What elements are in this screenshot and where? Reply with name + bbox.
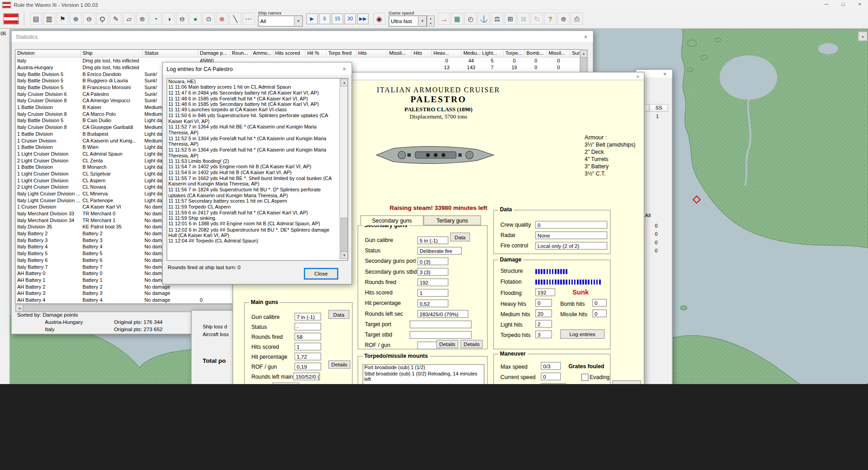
scroll-up-icon[interactable]: ▲ — [580, 50, 587, 57]
eraser-icon[interactable]: ▱ — [123, 13, 135, 25]
log-entry[interactable]: 11 11:59 Torpedo CL Aspern — [167, 204, 339, 210]
log-entry[interactable]: 11 12:02 6 in 2082 yds ## Superstructure… — [167, 227, 339, 238]
grid-star-icon[interactable]: ⊠ — [518, 13, 530, 25]
column-header[interactable]: Hits — [357, 50, 388, 57]
zoom-in-icon[interactable]: ⊕ — [70, 13, 82, 25]
column-header[interactable]: Ship — [81, 50, 143, 57]
zoom-out-icon[interactable]: ⊖ — [83, 13, 95, 25]
column-header[interactable]: Division — [15, 50, 80, 57]
column-header[interactable]: Missil... — [387, 50, 412, 57]
column-header[interactable]: Hits scored — [274, 50, 306, 57]
run-30-button[interactable]: 30 — [344, 13, 356, 24]
print-icon[interactable]: ⎙ — [571, 13, 583, 25]
sighting-circle-icon[interactable]: ● — [189, 13, 202, 25]
log-entry[interactable]: 11 11:54 6 in 1402 yds Hull hit B (CA Ka… — [167, 170, 339, 176]
column-header[interactable]: Ammo... — [251, 50, 274, 57]
maximize-button[interactable]: □ — [835, 0, 852, 9]
statistics-titlebar[interactable]: Statistics × — [12, 31, 593, 42]
log-entry[interactable]: 11 12:01 6 in 1388 yds ## Engine room hi… — [167, 221, 339, 227]
log-entry[interactable]: 11 11:48 6 in 1585 yds Fore/aft hull hit… — [167, 96, 339, 102]
log-entry[interactable]: 11 11:56 7 in 1824 yds Superstructure hi… — [167, 187, 339, 198]
run-pulse-button[interactable]: ▶ — [306, 13, 318, 24]
grid-plus-icon[interactable]: ⊞ — [505, 13, 517, 25]
run-5-button[interactable]: 5 — [319, 13, 330, 24]
tab-tertiary-guns[interactable]: Tertiary guns — [424, 215, 481, 225]
app-titlebar[interactable]: Rule the Waves III - Version 1.00.03 ─ □… — [0, 0, 868, 10]
column-header[interactable]: Torpe... — [504, 50, 525, 57]
run-fast-button[interactable]: ▶▶ — [357, 13, 369, 24]
column-header[interactable]: Hit % — [306, 50, 327, 57]
range-rings-icon[interactable]: ◔ — [150, 13, 162, 25]
pencil-icon[interactable]: ✎ — [109, 13, 122, 25]
magnifier-icon[interactable]: Ϙ — [96, 13, 108, 25]
column-header[interactable]: Bomb... — [525, 50, 547, 57]
log-entries-button[interactable]: Log entries — [560, 329, 604, 339]
main-data-button[interactable]: Data — [328, 310, 349, 319]
log-scroll-thumb[interactable] — [340, 218, 348, 252]
spin-down-icon[interactable]: ▼ — [427, 21, 434, 26]
ruler-icon[interactable]: ╲ — [229, 13, 241, 25]
column-header[interactable]: Status — [143, 50, 198, 57]
world-report-icon[interactable]: ⊚ — [557, 13, 570, 25]
secondary-data-button[interactable]: Data — [450, 233, 470, 242]
log-dialog-titlebar[interactable]: Log entries for CA Palestro × — [163, 62, 352, 75]
save-icon[interactable]: ▤ — [30, 13, 42, 25]
column-header[interactable]: Torps fired — [326, 50, 356, 57]
log-entry[interactable]: 11 11:52 7 in 1364 yds Hull hit BE * (CA… — [167, 124, 339, 136]
circle-dot-icon[interactable]: ⊙ — [203, 13, 215, 25]
log-scrollbar[interactable]: ▲ ▼ — [340, 79, 348, 259]
scroll-up-icon[interactable]: ▲ — [340, 79, 348, 86]
main-rof-details-button[interactable]: Details — [328, 361, 350, 369]
scrollbar-up-button[interactable]: ▲ — [858, 32, 868, 41]
range-rings-alt-icon[interactable]: ◑ — [163, 13, 175, 25]
nation-flag-icon[interactable] — [3, 13, 19, 24]
log-entry[interactable]: 11 11:50 6 in 846 yds Superstructure hit… — [167, 113, 339, 124]
log-close-button[interactable]: Close — [304, 268, 338, 280]
column-header-ss[interactable]: SS — [649, 104, 668, 112]
column-header[interactable]: Missil... — [547, 50, 570, 57]
close-icon[interactable]: × — [632, 73, 644, 79]
scroll-left-icon[interactable]: ◄ — [15, 304, 23, 312]
log-entry[interactable]: 11 11:59 6 in 2417 yds Fore/aft hull hit… — [167, 210, 339, 216]
globe-icon[interactable]: ⊚ — [136, 13, 148, 25]
tab-secondary-guns[interactable]: Secondary guns — [360, 215, 424, 225]
no-fire-icon[interactable]: ⊗ — [216, 13, 228, 25]
plot-dots-icon[interactable]: ⋯ — [242, 13, 255, 25]
ship-names-dropdown[interactable]: All ▼ — [258, 15, 303, 26]
log-entry[interactable]: 11 11:06 Main battery scores 1 hit on CL… — [167, 84, 339, 90]
log-entry[interactable]: 11 11:53 Limits flooding! (2) — [167, 158, 339, 164]
column-header[interactable]: Mediu... — [462, 50, 481, 57]
division-button[interactable]: Division — [612, 380, 641, 384]
log-entry[interactable]: 11 11:59 Ship sinking. — [167, 215, 339, 221]
column-header[interactable]: Survi — [570, 50, 580, 57]
signal-flags-icon[interactable]: ⚑ — [57, 13, 69, 25]
spin-up-icon[interactable]: ▲ — [427, 16, 434, 21]
secondary-details-stbd-button[interactable]: Details — [461, 340, 483, 348]
contact-marker-icon[interactable]: ◉ — [373, 13, 385, 25]
log-entry[interactable]: 11 11:52 5 in 1364 yds Fore/aft hull hit… — [167, 136, 339, 147]
clock-icon[interactable]: ◴ — [464, 13, 476, 25]
log-book-icon[interactable]: ▥ — [43, 13, 56, 25]
help-icon[interactable]: ? — [544, 13, 557, 25]
close-icon[interactable]: × — [659, 71, 671, 76]
circle-minus-icon[interactable]: ⊖ — [176, 13, 188, 25]
close-icon[interactable]: × — [580, 33, 592, 39]
log-entry[interactable]: 11 11:47 6 in 2484 yds Secondary battery… — [167, 90, 339, 96]
close-button[interactable]: × — [851, 0, 868, 9]
column-header[interactable]: Roun... — [230, 50, 251, 57]
log-entry[interactable]: 11 11:49 Launches torpedo at CA Kaiser K… — [167, 107, 339, 113]
secondary-details-port-button[interactable]: Details — [436, 340, 458, 348]
log-entry[interactable]: 11 11:54 7 in 1402 yds Engine room hit B… — [167, 164, 339, 170]
log-list[interactable]: Novara, HE)11 11:06 Main battery scores … — [167, 78, 349, 261]
minimize-button[interactable]: ─ — [818, 0, 835, 9]
column-header[interactable]: Hits — [412, 50, 432, 57]
evading-checkbox[interactable] — [581, 374, 589, 381]
run-15-button[interactable]: 15 — [331, 13, 343, 24]
game-speed-dropdown[interactable]: Ultra fast ▼ — [389, 15, 427, 26]
column-header[interactable]: Heav... — [432, 50, 462, 57]
close-icon[interactable]: × — [338, 66, 350, 71]
log-entry[interactable]: 11 11:48 6 in 1585 yds Secondary battery… — [167, 101, 339, 107]
log-entry[interactable]: 11 11:55 7 in 1662 yds Hull hit BE *. Sh… — [167, 176, 339, 187]
scales-icon[interactable]: ⚖ — [491, 13, 503, 25]
refresh-icon[interactable]: ↻ — [531, 13, 543, 25]
